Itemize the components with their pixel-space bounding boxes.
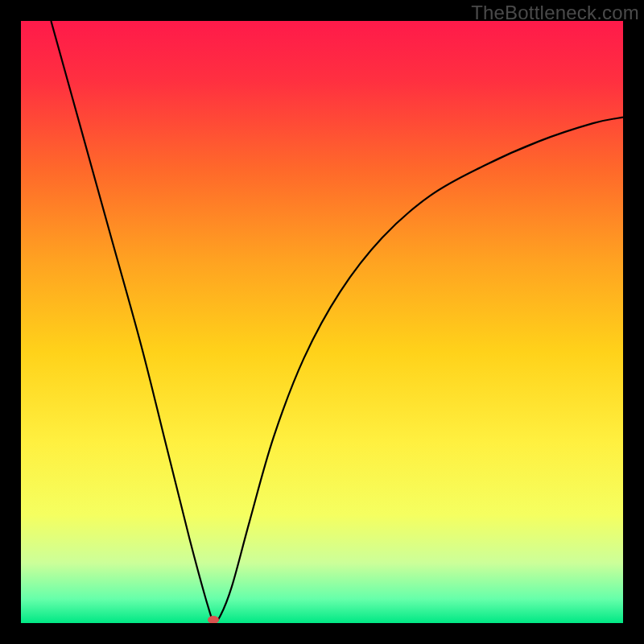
bottleneck-curve	[21, 21, 623, 623]
plot-area	[21, 21, 623, 623]
chart-frame: TheBottleneck.com	[0, 0, 644, 644]
minimum-marker	[208, 616, 219, 623]
watermark-text: TheBottleneck.com	[471, 2, 639, 24]
